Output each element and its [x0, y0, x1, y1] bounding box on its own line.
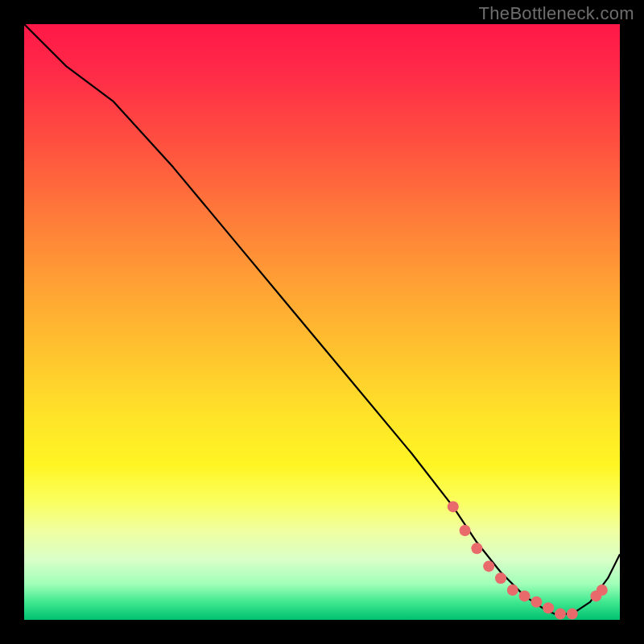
curve-marker [555, 609, 566, 620]
curve-marker [597, 584, 608, 596]
curve-marker [519, 590, 530, 601]
curve-marker [543, 602, 554, 613]
curve-marker [495, 572, 506, 584]
curve-overlay [24, 24, 620, 620]
curve-marker [448, 501, 459, 512]
marker-group [448, 501, 608, 619]
curve-marker [460, 525, 471, 536]
watermark-text: TheBottleneck.com [479, 3, 634, 24]
plot-area [24, 24, 620, 620]
curve-marker [530, 597, 542, 608]
chart-frame: TheBottleneck.com [0, 0, 644, 644]
curve-marker [471, 543, 482, 554]
bottleneck-curve [24, 24, 620, 614]
curve-marker [567, 609, 578, 620]
curve-marker [483, 560, 494, 572]
curve-marker [507, 584, 518, 596]
